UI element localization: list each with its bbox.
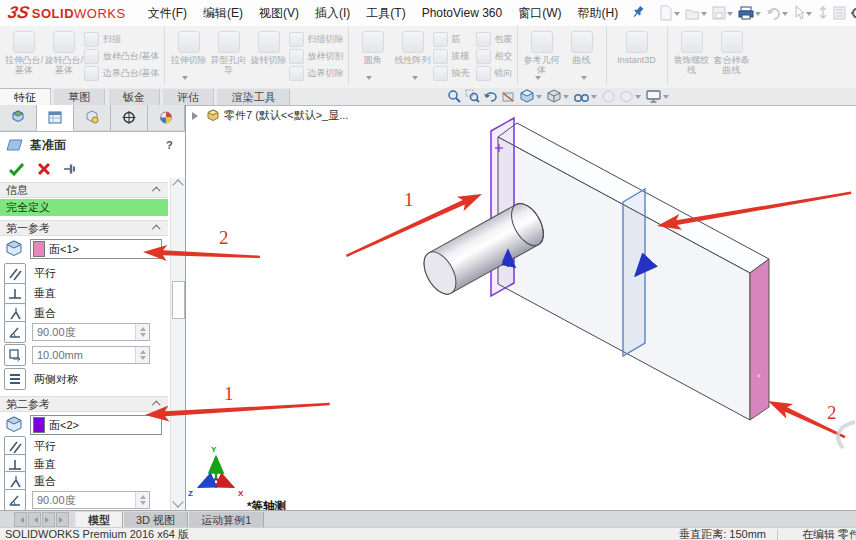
last-tab-icon[interactable]: [56, 512, 69, 527]
tab-feature-manager[interactable]: [0, 105, 37, 130]
tab-model[interactable]: 模型: [75, 512, 123, 528]
revolved-cut-button[interactable]: 旋转切除: [249, 29, 289, 65]
tab-render-tools[interactable]: 渲染工具: [217, 89, 290, 105]
print-icon[interactable]: [737, 3, 763, 23]
mid-plane-icon[interactable]: [4, 368, 26, 390]
linear-pattern-button[interactable]: 线性阵列: [393, 29, 433, 65]
tab-sketch[interactable]: 草图: [54, 89, 105, 105]
cancel-button[interactable]: [37, 162, 51, 176]
second-reference-section-header[interactable]: 第二参考: [0, 396, 168, 412]
reference-geometry-button[interactable]: 参考几何体: [522, 29, 562, 75]
ok-button[interactable]: [8, 162, 25, 177]
distance-spinner[interactable]: [135, 347, 149, 363]
intersect-button[interactable]: 相交: [476, 49, 513, 63]
lofted-boss-button[interactable]: 放样凸台/基体: [84, 49, 160, 63]
tab-appearances[interactable]: [148, 105, 185, 130]
first-tab-icon[interactable]: [14, 512, 27, 527]
instant3d-icon: [626, 31, 648, 53]
previous-view-icon[interactable]: [483, 89, 498, 105]
swept-boss-button[interactable]: 扫描: [84, 32, 160, 46]
zoom-area-icon[interactable]: [465, 89, 480, 105]
display-style-icon[interactable]: [546, 89, 570, 105]
curves-button[interactable]: 曲线: [562, 29, 602, 65]
angle-input[interactable]: 90.00度: [32, 323, 150, 341]
distance-input[interactable]: 10.00mm: [32, 346, 150, 364]
fillet-button[interactable]: 圆角: [353, 29, 393, 65]
feature-tree-flyout[interactable]: 零件7 (默认<<默认>_显...: [192, 108, 348, 123]
view-orientation-icon[interactable]: [519, 89, 543, 105]
tab-features[interactable]: 特征: [0, 88, 51, 105]
boundary-cut-button[interactable]: 边界切除: [289, 66, 344, 80]
tab-property-manager[interactable]: [37, 105, 74, 131]
second-angle-input[interactable]: 90.00度: [32, 491, 150, 509]
draft-button[interactable]: 拔模: [433, 49, 470, 63]
next-tab-icon[interactable]: [42, 512, 55, 527]
undo-icon[interactable]: [765, 3, 790, 23]
scroll-down-icon[interactable]: [172, 496, 183, 507]
blue-mid-plane[interactable]: [623, 189, 645, 356]
second-reference-selection-box[interactable]: 面<2>: [30, 415, 162, 435]
tab-dimxpert[interactable]: [111, 105, 148, 130]
extruded-cut-button[interactable]: 拉伸切除: [169, 29, 209, 65]
message-section-header[interactable]: 信息: [0, 182, 168, 198]
prev-tab-icon[interactable]: [28, 512, 41, 527]
help-button[interactable]: ?: [166, 139, 173, 151]
file-properties-icon[interactable]: [832, 3, 847, 23]
menu-edit[interactable]: 编辑(E): [195, 0, 251, 26]
first-reference-section-header[interactable]: 第一参考: [0, 220, 168, 236]
menu-window[interactable]: 窗口(W): [510, 0, 569, 26]
apply-scene-icon[interactable]: [619, 89, 642, 105]
hide-show-items-icon[interactable]: [573, 89, 598, 105]
view-settings-icon[interactable]: [645, 89, 670, 105]
boundary-boss-button[interactable]: 边界凸台/基体: [84, 66, 160, 80]
tab-sheet-metal[interactable]: 钣金: [109, 89, 160, 105]
section-view-icon[interactable]: [501, 89, 516, 105]
command-tab-row: 特征 草图 钣金 评估 渲染工具: [0, 88, 856, 106]
keep-visible-pin-button[interactable]: [63, 162, 79, 176]
lofted-cut-button[interactable]: 放样切割: [289, 49, 344, 63]
open-file-icon[interactable]: [684, 3, 709, 23]
zoom-fit-icon[interactable]: [447, 89, 462, 105]
save-icon[interactable]: [711, 3, 735, 23]
fit-spline-button[interactable]: 套合样条曲线: [712, 29, 752, 75]
extruded-boss-button[interactable]: 拉伸凸台/基体: [4, 29, 44, 75]
swept-cut-button[interactable]: 扫描切除: [289, 32, 344, 46]
parallel-constraint-button[interactable]: [4, 263, 26, 285]
scroll-up-icon[interactable]: [172, 179, 183, 190]
second-angle-spinner[interactable]: [135, 492, 149, 508]
menu-help[interactable]: 帮助(H): [569, 0, 626, 26]
menu-insert[interactable]: 插入(I): [307, 0, 358, 26]
pin-menu-icon[interactable]: [632, 5, 644, 22]
first-reference-selection-box[interactable]: 面<1>: [30, 239, 162, 259]
perpendicular-constraint-button[interactable]: [4, 283, 26, 305]
tree-expand-icon[interactable]: [192, 112, 202, 120]
angle-spinner[interactable]: [135, 324, 149, 340]
revolved-boss-button[interactable]: 旋转凸台/基体: [44, 29, 84, 75]
menu-file[interactable]: 文件(F): [140, 0, 195, 26]
solidworks-window: 3S SOLID WORKS 文件(F) 编辑(E) 视图(V) 插入(I) 工…: [0, 0, 856, 540]
new-file-icon[interactable]: [658, 3, 682, 23]
edit-appearance-icon[interactable]: [601, 89, 616, 105]
shell-button[interactable]: 抽壳: [433, 66, 470, 80]
scrollbar-thumb[interactable]: [172, 281, 185, 319]
plate-end-face-pink[interactable]: [750, 259, 769, 420]
menu-view[interactable]: 视图(V): [251, 0, 307, 26]
cosmetic-thread-button[interactable]: 装饰螺纹线: [672, 29, 712, 75]
status-divider: [777, 529, 778, 540]
menu-tools[interactable]: 工具(T): [358, 0, 413, 26]
wrap-button[interactable]: 包覆: [476, 32, 513, 46]
tab-evaluate[interactable]: 评估: [163, 89, 214, 105]
select-icon[interactable]: [792, 3, 814, 23]
tab-3d-views[interactable]: 3D 视图: [123, 512, 188, 528]
rib-button[interactable]: 筋: [433, 32, 470, 46]
instant3d-button[interactable]: Instant3D: [611, 29, 663, 65]
menu-photoview360[interactable]: PhotoView 360: [414, 0, 511, 26]
tab-configurations[interactable]: [74, 105, 111, 130]
tab-motion-study[interactable]: 运动算例1: [188, 512, 264, 528]
hole-wizard-button[interactable]: 异型孔向导: [209, 29, 249, 75]
mirror-button[interactable]: 镜向: [476, 66, 513, 80]
options-gear-icon[interactable]: [849, 3, 856, 23]
panel-scrollbar[interactable]: [170, 178, 185, 510]
rebuild-icon[interactable]: [816, 3, 830, 23]
study-tab-bar: 模型 3D 视图 运动算例1: [0, 510, 856, 528]
